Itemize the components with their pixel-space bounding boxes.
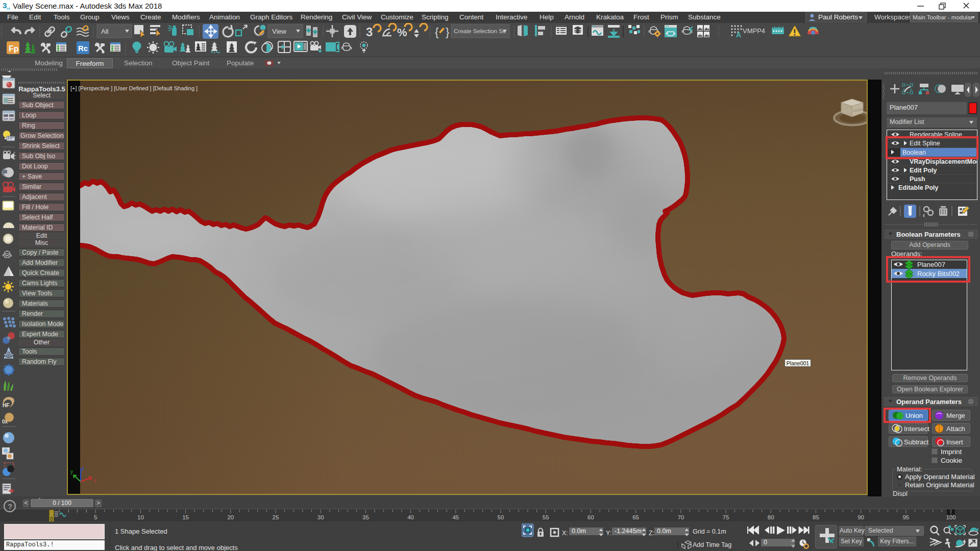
- svg-text:45: 45: [452, 514, 459, 520]
- svg-text:Rc: Rc: [78, 44, 88, 53]
- svg-text:85: 85: [813, 514, 819, 520]
- svg-text:X:: X:: [562, 530, 568, 537]
- svg-text:VRayDisplacementMod: VRayDisplacementMod: [910, 158, 977, 165]
- svg-text:y: y: [70, 469, 73, 474]
- svg-text:90: 90: [857, 514, 864, 520]
- svg-text:95: 95: [902, 514, 909, 520]
- svg-text:z: z: [82, 466, 84, 471]
- svg-text:Editable Poly: Editable Poly: [898, 184, 939, 191]
- svg-text:50: 50: [498, 514, 504, 520]
- svg-text:Edit Poly: Edit Poly: [910, 167, 937, 174]
- svg-text:All: All: [101, 28, 109, 35]
- svg-text:75: 75: [723, 514, 729, 520]
- svg-text:x: x: [94, 478, 96, 483]
- svg-text:80: 80: [768, 514, 774, 520]
- svg-text:Y:: Y:: [606, 530, 611, 537]
- svg-text:60: 60: [587, 514, 594, 520]
- svg-text:HF: HF: [3, 403, 9, 408]
- svg-text:Create Selection Se: Create Selection Se: [454, 28, 506, 34]
- svg-text:VMPP4: VMPP4: [743, 27, 765, 35]
- svg-text:15: 15: [182, 514, 189, 520]
- svg-text:70: 70: [677, 514, 684, 520]
- svg-text:20: 20: [227, 514, 234, 520]
- svg-text:100: 100: [946, 514, 955, 520]
- svg-text:40: 40: [407, 514, 414, 520]
- svg-text:3: 3: [366, 25, 373, 39]
- svg-text:0x: 0x: [2, 419, 8, 424]
- svg-text:%: %: [397, 26, 407, 39]
- svg-text:Z:: Z:: [649, 530, 654, 537]
- svg-text:10: 10: [137, 514, 144, 520]
- svg-text:View: View: [272, 28, 287, 35]
- svg-text:65: 65: [632, 514, 639, 520]
- svg-text:?: ?: [8, 502, 12, 511]
- svg-text:Fp: Fp: [9, 44, 19, 53]
- svg-text:35: 35: [362, 514, 369, 520]
- svg-text:}: }: [446, 26, 449, 38]
- svg-text:A: A: [736, 31, 741, 39]
- svg-text:3: 3: [3, 1, 7, 10]
- svg-text:25: 25: [273, 514, 279, 520]
- svg-text:30: 30: [317, 514, 324, 520]
- svg-text:5: 5: [94, 514, 97, 520]
- svg-text:55: 55: [543, 514, 549, 520]
- svg-text:{: {: [435, 26, 438, 38]
- svg-text:Push: Push: [910, 176, 925, 183]
